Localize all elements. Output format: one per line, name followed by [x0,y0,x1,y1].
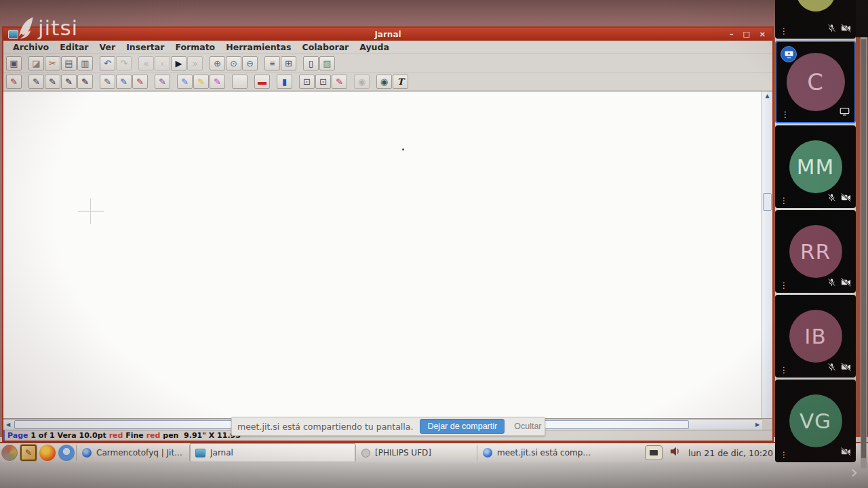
highlighter-magenta-button[interactable]: ✎ [210,75,225,89]
hide-notification-button[interactable]: Ocultar [511,420,544,433]
insert-image-button[interactable]: ▨ [319,56,335,70]
scroll-right-arrow-icon[interactable]: ▶ [753,422,762,428]
participant-c-tile[interactable]: C⋮ [775,41,856,123]
pen-blue-button[interactable]: ✎ [116,75,132,89]
next-page-button[interactable]: ▶ [171,56,186,70]
eraser-button[interactable]: ◪ [28,56,44,70]
close-button[interactable]: × [760,28,766,40]
keyboard-indicator-icon[interactable] [645,445,663,460]
new-page-button[interactable]: ▯ [303,56,319,70]
ruler-line-button[interactable]: ▬ [254,75,270,89]
select-rect-button[interactable]: ⊡ [315,75,331,89]
layout-single-button[interactable]: ≡ [264,56,280,70]
participant-menu-icon[interactable]: ⋮ [780,27,788,35]
launcher-app-menu-icon[interactable] [1,445,18,461]
gray-globe-icon [361,449,370,458]
pen-medium-button[interactable]: ✎ [45,75,60,89]
pen-fine-button[interactable]: ✎ [28,75,44,89]
participant-menu-icon[interactable]: ⋮ [781,110,789,119]
save-button[interactable]: ▣ [6,56,22,70]
toolbar-group: «‹▶» [138,56,203,70]
maximize-button[interactable]: □ [743,28,749,40]
participant-ib-tile[interactable]: IB⋮ [775,295,856,378]
taskbar-clock[interactable]: lun 21 de dic, 10:20 [688,448,773,458]
first-page-button[interactable]: « [138,56,154,70]
launcher-firefox-icon[interactable] [39,445,56,461]
scroll-up-arrow-icon[interactable]: ▲ [762,93,772,99]
menu-herramientas[interactable]: Herramientas [220,42,296,52]
zoom-out-button[interactable]: ⊖ [242,56,258,70]
jarnal-window: Jarnal – □ × ArchivoEditarVerInsertarFor… [2,26,774,442]
first-page-icon: « [144,59,149,68]
cut-button[interactable]: ✂ [45,56,60,70]
pen-smart-button[interactable]: ✎ [155,75,170,89]
menu-ver[interactable]: Ver [94,42,121,52]
zoom-reset-button[interactable]: ⊙ [226,56,241,70]
taskbar-window-3[interactable]: [PHILIPS UFD] [356,443,477,462]
pen-thick-button[interactable]: ✎ [61,75,77,89]
text-tool-button[interactable]: T [393,75,408,89]
pen-smart-icon: ✎ [159,77,166,86]
jitsi-watermark: jitsi [16,16,78,42]
redo-button[interactable]: ↷ [116,56,132,70]
menu-archivo[interactable]: Archivo [7,42,54,52]
toolbar-group: ↶↷ [100,56,132,70]
highlighter-yellow-button[interactable]: ✎ [193,75,209,89]
menu-colaborar[interactable]: Colaborar [296,42,354,52]
globe-button[interactable]: ◉ [376,75,392,89]
taskbar-window-label: Carmencotofyq | Jitsi ... [96,448,184,458]
menu-formato[interactable]: Formato [170,42,220,52]
participant-rr-tile[interactable]: RR⋮ [775,210,856,293]
pen-gray-icon: ✎ [104,77,111,86]
last-page-button[interactable]: » [187,56,203,70]
participant-vg-tile[interactable]: VG⋮ [775,380,856,462]
scroll-left-arrow-icon[interactable]: ◀ [3,422,13,428]
taskbar-window-2[interactable]: Jarnal [190,443,355,462]
participant-mm-tile[interactable]: MM⋮ [775,125,856,208]
highlighter-blue-button[interactable]: ✎ [177,75,193,89]
undo-button[interactable]: ↶ [100,56,115,70]
taskbar-window-4[interactable]: meet.jit.si está compar... [477,443,601,462]
participant-menu-icon[interactable]: ⋮ [780,197,788,205]
jarnal-titlebar[interactable]: Jarnal – □ × [3,28,772,41]
copy-button[interactable]: ▤ [61,56,77,70]
minimize-button[interactable]: – [730,28,734,40]
filmstrip-scrollbar-thumb[interactable] [861,39,866,458]
pen-current-button[interactable]: ✎ [6,75,22,89]
zoom-in-button[interactable]: ⊕ [210,56,225,70]
participant-menu-icon[interactable]: ⋮ [780,451,788,459]
prev-page-icon: ‹ [161,59,163,68]
layout-grid-button[interactable]: ⊞ [281,56,296,70]
volume-icon[interactable] [669,446,682,460]
pen-red-button[interactable]: ✎ [132,75,148,89]
filmstrip-more-chevron-icon[interactable]: › [850,461,858,483]
highlighter-magenta-icon: ✎ [214,77,221,86]
vertical-scrollbar[interactable]: ▲ [762,92,772,418]
launcher-chromium-icon[interactable] [58,445,75,461]
taskbar-window-1[interactable]: Carmencotofyq | Jitsi ... [77,443,189,462]
screen-share-notification: meet.jit.si está compartiendo tu pantall… [231,417,545,436]
pen-gray-button[interactable]: ✎ [100,75,115,89]
vertical-scroll-thumb[interactable] [763,193,772,211]
pen-xthick-button[interactable]: ✎ [77,75,93,89]
pen-white-button[interactable]: ✎ [232,75,248,89]
prev-page-button[interactable]: ‹ [155,56,170,70]
avatar: IB [789,310,842,363]
participant-menu-icon[interactable]: ⋮ [780,281,788,289]
menu-editar[interactable]: Editar [54,42,94,52]
drawing-canvas[interactable]: ▲ [3,91,772,419]
participant-top-tile[interactable]: ⋮ [775,0,856,39]
text-cursor-button[interactable]: ▮ [277,75,292,89]
launcher-jarnal-icon[interactable]: ✎ [20,445,37,461]
filmstrip-top-fill [856,0,868,37]
select-lasso-button[interactable]: ⊡ [299,75,315,89]
menu-ayuda[interactable]: Ayuda [354,42,395,52]
camera-off-icon [841,22,851,35]
pen-selection-button[interactable]: ✎ [332,75,347,89]
participant-menu-icon[interactable]: ⋮ [780,366,788,374]
taskbar-window-label: meet.jit.si está compar... [497,448,595,458]
stamp-button[interactable]: ◉ [354,75,370,89]
paste-button[interactable]: ▥ [77,56,93,70]
stop-sharing-button[interactable]: Dejar de compartir [420,419,505,434]
menu-insertar[interactable]: Insertar [121,42,170,52]
